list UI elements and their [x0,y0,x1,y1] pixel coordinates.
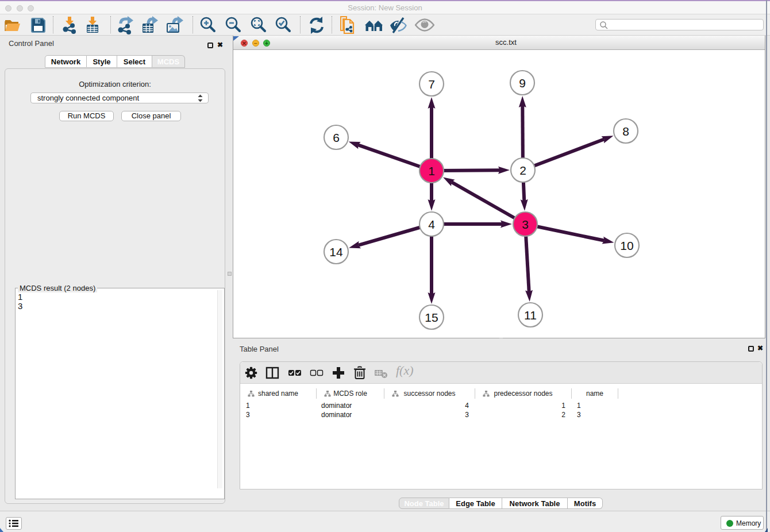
svg-text:3: 3 [522,218,529,231]
svg-text:7: 7 [428,78,435,91]
svg-text:1: 1 [428,164,435,178]
svg-text:11: 11 [524,309,537,322]
svg-text:15: 15 [425,311,438,324]
svg-text:9: 9 [519,76,526,90]
svg-text:14: 14 [329,245,343,259]
svg-text:8: 8 [622,125,629,138]
svg-text:6: 6 [333,131,340,144]
svg-text:2: 2 [519,164,526,177]
svg-text:10: 10 [620,239,633,252]
svg-text:4: 4 [428,218,435,231]
